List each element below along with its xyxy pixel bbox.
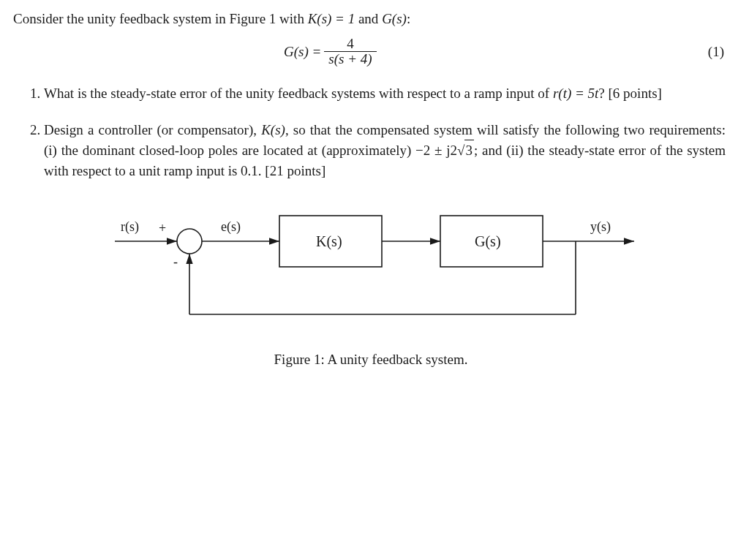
label-e: e(s) — [221, 219, 241, 235]
question-2: Design a controller (or compensator), K(… — [44, 120, 729, 181]
label-G: G(s) — [475, 233, 501, 250]
eq-denominator: s (s + 4) — [324, 51, 376, 67]
eq-lhs: G(s) = — [284, 42, 321, 62]
label-r: r(s) — [121, 219, 139, 235]
figure-caption: Figure 1: A unity feedback system. — [13, 349, 729, 370]
block-diagram: r(s) + - e(s) K(s) G(s) y(s) — [93, 197, 649, 336]
eq-fraction: 4 s (s + 4) — [324, 37, 376, 68]
eq-tag: (1) — [708, 42, 729, 62]
figure-1: r(s) + - e(s) K(s) G(s) y(s) Figure 1: A… — [13, 197, 729, 370]
label-K: K(s) — [316, 233, 342, 250]
intro-line: Consider the unity feedback system in Fi… — [13, 9, 729, 29]
eq-numerator: 4 — [342, 37, 358, 52]
label-y: y(s) — [590, 219, 611, 235]
question-1: What is the steady-state error of the un… — [44, 83, 729, 104]
summing-junction-icon — [177, 229, 202, 254]
label-minus: - — [173, 254, 178, 269]
intro-K: K(s) = 1 — [308, 11, 355, 26]
intro-post: : — [407, 11, 410, 26]
intro-G: G(s) — [382, 11, 407, 26]
intro-mid: and — [355, 11, 382, 26]
display-equation: G(s) = 4 s (s + 4) (1) — [13, 37, 729, 68]
label-plus: + — [159, 221, 166, 235]
intro-pre: Consider the unity feedback system in Fi… — [13, 11, 308, 26]
